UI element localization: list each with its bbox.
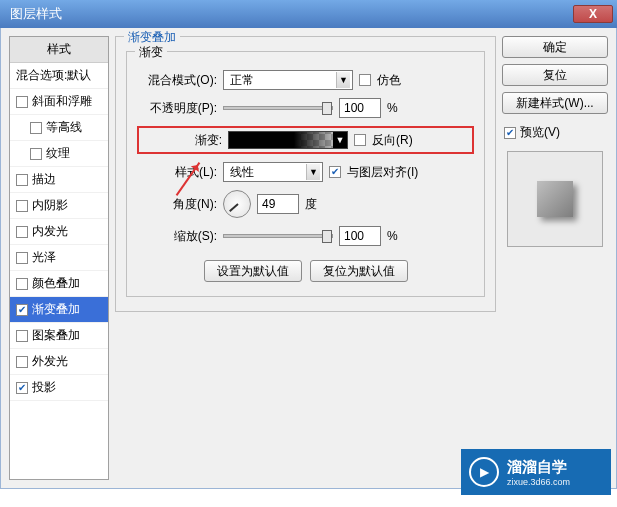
style-checkbox[interactable]: [16, 200, 28, 212]
chevron-down-icon: ▼: [333, 132, 347, 148]
angle-dial[interactable]: [223, 190, 251, 218]
reset-button[interactable]: 复位: [502, 64, 608, 86]
style-item-label: 光泽: [32, 249, 56, 266]
style-checkbox[interactable]: [30, 122, 42, 134]
blend-mode-row: 混合模式(O): 正常 ▼ 仿色: [137, 70, 474, 90]
style-item[interactable]: 渐变叠加: [10, 297, 108, 323]
watermark: ▶ 溜溜自学 zixue.3d66.com: [461, 449, 611, 495]
ok-button[interactable]: 确定: [502, 36, 608, 58]
style-select[interactable]: 线性 ▼: [223, 162, 323, 182]
align-label: 与图层对齐(I): [347, 164, 418, 181]
style-checkbox[interactable]: [16, 304, 28, 316]
reset-default-button[interactable]: 复位为默认值: [310, 260, 408, 282]
blend-options-default[interactable]: 混合选项:默认: [10, 63, 108, 89]
style-value: 线性: [230, 164, 254, 181]
settings-panel: 渐变叠加 渐变 混合模式(O): 正常 ▼ 仿色 不透明度(P): 100: [115, 36, 496, 480]
style-item[interactable]: 颜色叠加: [10, 271, 108, 297]
window-body: 样式 混合选项:默认 斜面和浮雕等高线纹理描边内阴影内发光光泽颜色叠加渐变叠加图…: [0, 28, 617, 489]
style-item[interactable]: 内阴影: [10, 193, 108, 219]
new-style-button[interactable]: 新建样式(W)...: [502, 92, 608, 114]
scale-input[interactable]: 100: [339, 226, 381, 246]
inner-legend: 渐变: [135, 44, 167, 61]
watermark-logo-icon: ▶: [469, 457, 499, 487]
style-checkbox[interactable]: [16, 278, 28, 290]
styles-list: 样式 混合选项:默认 斜面和浮雕等高线纹理描边内阴影内发光光泽颜色叠加渐变叠加图…: [9, 36, 109, 480]
window-title: 图层样式: [10, 5, 62, 23]
opacity-label: 不透明度(P):: [137, 100, 217, 117]
styles-header: 样式: [10, 37, 108, 63]
style-checkbox[interactable]: [16, 382, 28, 394]
style-item[interactable]: 图案叠加: [10, 323, 108, 349]
chevron-down-icon: ▼: [336, 72, 350, 88]
style-label: 样式(L):: [137, 164, 217, 181]
preview-row: 预览(V): [504, 124, 608, 141]
set-default-button[interactable]: 设置为默认值: [204, 260, 302, 282]
reverse-checkbox[interactable]: [354, 134, 366, 146]
style-item[interactable]: 等高线: [10, 115, 108, 141]
style-item-label: 外发光: [32, 353, 68, 370]
opacity-row: 不透明度(P): 100 %: [137, 98, 474, 118]
style-item[interactable]: 斜面和浮雕: [10, 89, 108, 115]
gradient-label: 渐变:: [142, 132, 222, 149]
style-item-label: 内发光: [32, 223, 68, 240]
gradient-picker[interactable]: ▼: [228, 131, 348, 149]
preview-label: 预览(V): [520, 124, 560, 141]
percent-label: %: [387, 229, 398, 243]
style-item-label: 投影: [32, 379, 56, 396]
percent-label: %: [387, 101, 398, 115]
style-item[interactable]: 光泽: [10, 245, 108, 271]
angle-unit: 度: [305, 196, 317, 213]
style-item[interactable]: 内发光: [10, 219, 108, 245]
gradient-overlay-group: 渐变叠加 渐变 混合模式(O): 正常 ▼ 仿色 不透明度(P): 100: [115, 36, 496, 312]
preview-checkbox[interactable]: [504, 127, 516, 139]
watermark-site: zixue.3d66.com: [507, 477, 570, 487]
preview-thumbnail: [507, 151, 603, 247]
style-item-label: 等高线: [46, 119, 82, 136]
opacity-input[interactable]: 100: [339, 98, 381, 118]
style-checkbox[interactable]: [16, 356, 28, 368]
scale-row: 缩放(S): 100 %: [137, 226, 474, 246]
style-checkbox[interactable]: [16, 252, 28, 264]
angle-label: 角度(N):: [137, 196, 217, 213]
watermark-brand: 溜溜自学: [507, 458, 570, 477]
gradient-row-highlight: 渐变: ▼ 反向(R): [137, 126, 474, 154]
defaults-row: 设置为默认值 复位为默认值: [137, 260, 474, 282]
gradient-group: 渐变 混合模式(O): 正常 ▼ 仿色 不透明度(P): 100 %: [126, 51, 485, 297]
style-item-label: 颜色叠加: [32, 275, 80, 292]
style-checkbox[interactable]: [16, 330, 28, 342]
close-icon: X: [589, 7, 597, 21]
reverse-label: 反向(R): [372, 132, 413, 149]
style-item-label: 斜面和浮雕: [32, 93, 92, 110]
style-item-label: 图案叠加: [32, 327, 80, 344]
align-checkbox[interactable]: [329, 166, 341, 178]
style-item-label: 渐变叠加: [32, 301, 80, 318]
opacity-slider[interactable]: [223, 106, 333, 110]
scale-slider[interactable]: [223, 234, 333, 238]
scale-label: 缩放(S):: [137, 228, 217, 245]
style-checkbox[interactable]: [16, 174, 28, 186]
style-item-label: 内阴影: [32, 197, 68, 214]
style-checkbox[interactable]: [16, 96, 28, 108]
style-item[interactable]: 纹理: [10, 141, 108, 167]
dither-checkbox[interactable]: [359, 74, 371, 86]
style-item-label: 描边: [32, 171, 56, 188]
style-item-label: 纹理: [46, 145, 70, 162]
dither-label: 仿色: [377, 72, 401, 89]
blend-mode-label: 混合模式(O):: [137, 72, 217, 89]
style-item[interactable]: 投影: [10, 375, 108, 401]
preview-swatch: [537, 181, 573, 217]
angle-input[interactable]: 49: [257, 194, 299, 214]
style-checkbox[interactable]: [30, 148, 42, 160]
style-checkbox[interactable]: [16, 226, 28, 238]
blend-mode-select[interactable]: 正常 ▼: [223, 70, 353, 90]
close-button[interactable]: X: [573, 5, 613, 23]
chevron-down-icon: ▼: [306, 164, 320, 180]
style-item[interactable]: 外发光: [10, 349, 108, 375]
blend-mode-value: 正常: [230, 72, 254, 89]
titlebar: 图层样式 X: [0, 0, 617, 28]
style-item[interactable]: 描边: [10, 167, 108, 193]
angle-row: 角度(N): 49 度: [137, 190, 474, 218]
right-panel: 确定 复位 新建样式(W)... 预览(V): [502, 36, 608, 480]
